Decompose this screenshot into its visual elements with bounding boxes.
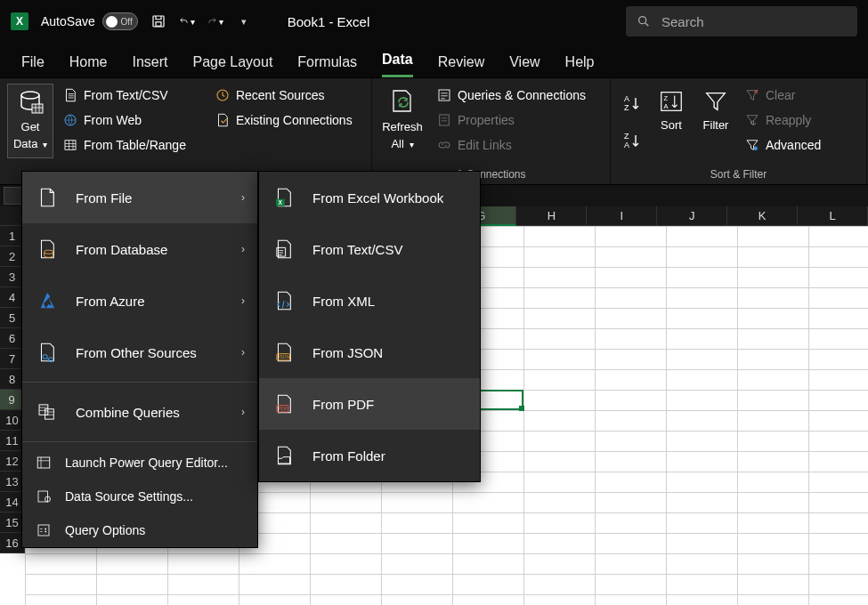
advanced-filter-button[interactable]: Advanced (741, 133, 824, 157)
menu-from-xml[interactable]: From XML (259, 275, 480, 327)
svg-point-17 (754, 147, 758, 151)
ribbon-group-connections: Refresh All ▾ Queries & Connections Prop… (372, 78, 611, 184)
from-table-range-button[interactable]: From Table/Range (59, 133, 190, 157)
column-header[interactable]: J (657, 206, 727, 226)
svg-point-2 (639, 17, 646, 24)
edit-links-button[interactable]: Edit Links (433, 133, 589, 157)
ribbon-group-get-transform: Get Data ▾ From Text/CSV From Web From T… (0, 78, 372, 184)
svg-point-18 (45, 250, 53, 254)
excel-file-icon: X (272, 185, 296, 210)
menu-from-file[interactable]: From File › (22, 172, 257, 223)
svg-rect-21 (39, 405, 48, 415)
ribbon: Get Data ▾ From Text/CSV From Web From T… (0, 78, 868, 185)
tab-data[interactable]: Data (382, 52, 413, 77)
ribbon-tabs: File Home Insert Page Layout Formulas Da… (0, 43, 868, 78)
chevron-right-icon: › (241, 294, 245, 307)
save-icon[interactable] (150, 13, 166, 29)
tab-home[interactable]: Home (69, 54, 108, 77)
reapply-button[interactable]: Reapply (741, 109, 824, 132)
autosave-control[interactable]: AutoSave Off (41, 12, 138, 30)
svg-point-28 (45, 531, 46, 533)
svg-rect-4 (32, 104, 43, 113)
tab-formulas[interactable]: Formulas (297, 54, 357, 77)
menu-data-source-settings[interactable]: Data Source Settings... (22, 480, 257, 513)
chevron-right-icon: › (241, 243, 245, 255)
sort-asc-button[interactable]: AZ (618, 89, 646, 117)
from-text-csv-button[interactable]: From Text/CSV (59, 84, 190, 107)
menu-divider (22, 441, 257, 442)
menu-from-azure[interactable]: From Azure › (22, 275, 257, 327)
queries-connections-button[interactable]: Queries & Connections (433, 84, 589, 107)
properties-button[interactable]: Properties (433, 109, 589, 132)
clock-icon (215, 87, 231, 103)
search-input[interactable]: Search (626, 6, 857, 36)
clear-icon (744, 87, 760, 103)
sort-desc-button[interactable]: ZA (618, 126, 646, 155)
menu-from-json[interactable]: JSON From JSON (259, 327, 480, 378)
chevron-right-icon: › (241, 406, 245, 418)
svg-text:JSON: JSON (278, 355, 289, 359)
from-web-button[interactable]: From Web (59, 109, 190, 132)
funnel-icon (702, 88, 729, 115)
list-icon (436, 87, 452, 103)
svg-text:A: A (664, 102, 669, 110)
excel-app-icon: X (11, 12, 28, 30)
svg-rect-0 (153, 16, 164, 27)
tab-page-layout[interactable]: Page Layout (192, 54, 272, 77)
properties-icon (436, 112, 452, 128)
column-header[interactable]: H (516, 206, 587, 226)
svg-text:A: A (624, 94, 629, 103)
filter-button[interactable]: Filter (696, 84, 735, 158)
chevron-down-icon: ▾ (191, 17, 195, 27)
svg-rect-23 (37, 457, 50, 468)
tab-file[interactable]: File (21, 54, 45, 77)
name-box[interactable] (4, 187, 23, 205)
get-data-button[interactable]: Get Data ▾ (7, 84, 53, 158)
pdf-icon: PDF (272, 391, 296, 416)
menu-from-database[interactable]: From Database › (22, 223, 257, 275)
column-header[interactable]: K (727, 206, 798, 226)
svg-point-27 (45, 528, 46, 530)
svg-text:X: X (279, 199, 283, 206)
connection-icon (215, 112, 231, 128)
svg-rect-1 (156, 22, 161, 27)
tab-insert[interactable]: Insert (132, 54, 167, 77)
svg-text:A: A (624, 141, 629, 149)
undo-icon[interactable]: ▾ (179, 13, 195, 29)
qat-customize-icon[interactable]: ▾ (236, 13, 252, 29)
column-header[interactable]: L (798, 206, 868, 226)
toggle-knob (106, 16, 118, 28)
ribbon-group-sort-filter: AZ ZA ZA Sort Filter Clear (611, 78, 867, 184)
menu-from-folder[interactable]: From Folder (259, 430, 480, 481)
sort-dialog-icon: ZA (658, 88, 685, 115)
chevron-right-icon: › (241, 191, 245, 204)
reapply-icon (744, 112, 760, 128)
autosave-toggle[interactable]: Off (102, 12, 138, 30)
chevron-down-icon: ▾ (219, 17, 223, 27)
menu-from-other-sources[interactable]: From Other Sources › (22, 327, 257, 378)
settings-icon (35, 488, 53, 505)
menu-from-excel-workbook[interactable]: X From Excel Workbook (259, 172, 480, 223)
column-header[interactable]: I (587, 206, 657, 226)
menu-from-text-csv[interactable]: From Text/CSV (259, 223, 480, 275)
tab-view[interactable]: View (509, 54, 539, 77)
sort-button[interactable]: ZA Sort (652, 84, 691, 158)
existing-connections-button[interactable]: Existing Connections (211, 109, 356, 132)
menu-query-options[interactable]: Query Options (22, 513, 257, 547)
tab-help[interactable]: Help (565, 54, 595, 77)
tab-review[interactable]: Review (438, 54, 484, 77)
refresh-all-button[interactable]: Refresh All ▾ (379, 84, 426, 158)
clear-filter-button[interactable]: Clear (741, 84, 824, 107)
globe-icon (62, 112, 78, 128)
editor-icon (35, 454, 53, 472)
menu-combine-queries[interactable]: Combine Queries › (22, 386, 257, 438)
chevron-right-icon: › (241, 346, 245, 359)
xml-icon (272, 288, 296, 313)
recent-sources-button[interactable]: Recent Sources (211, 84, 356, 107)
advanced-icon (744, 137, 760, 153)
get-data-menu: From File › From Database › From Azure ›… (21, 171, 258, 548)
svg-text:PDF: PDF (279, 406, 288, 411)
menu-from-pdf[interactable]: PDF From PDF (259, 378, 480, 430)
menu-launch-power-query[interactable]: Launch Power Query Editor... (22, 446, 257, 480)
redo-icon[interactable]: ▾ (207, 13, 223, 29)
